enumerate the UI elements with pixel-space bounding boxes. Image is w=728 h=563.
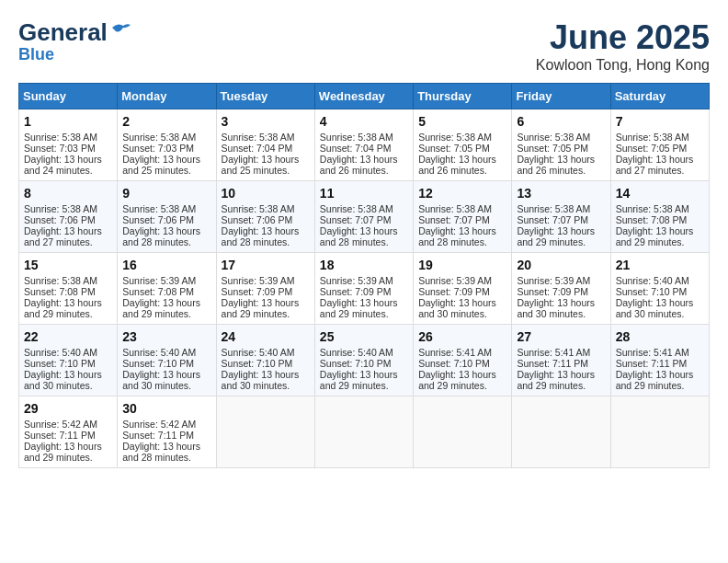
calendar-cell (314, 396, 413, 468)
daylight-label: Daylight: 13 hours and 25 minutes. (222, 154, 300, 176)
sunrise-label: Sunrise: 5:38 AM (24, 132, 97, 143)
day-number: 1 (24, 114, 112, 129)
sunset-label: Sunset: 7:10 PM (616, 286, 688, 297)
daylight-label: Daylight: 13 hours and 30 minutes. (122, 369, 200, 391)
day-number: 15 (24, 258, 112, 272)
sunset-label: Sunset: 7:03 PM (24, 143, 96, 154)
day-number: 19 (418, 258, 506, 272)
daylight-label: Daylight: 13 hours and 29 minutes. (616, 225, 694, 247)
calendar-cell: 13 Sunrise: 5:38 AM Sunset: 7:07 PM Dayl… (512, 181, 610, 253)
calendar-cell: 26 Sunrise: 5:41 AM Sunset: 7:10 PM Dayl… (414, 325, 512, 396)
calendar-cell (512, 396, 610, 468)
title-area: June 2025 Kowloon Tong, Hong Kong (536, 18, 710, 74)
sunrise-label: Sunrise: 5:41 AM (418, 347, 492, 358)
calendar-cell: 10 Sunrise: 5:38 AM Sunset: 7:06 PM Dayl… (216, 181, 314, 253)
week-row-3: 15 Sunrise: 5:38 AM Sunset: 7:08 PM Dayl… (19, 253, 710, 325)
calendar-table: Sunday Monday Tuesday Wednesday Thursday… (18, 83, 710, 468)
calendar-cell (610, 396, 709, 468)
calendar-cell: 22 Sunrise: 5:40 AM Sunset: 7:10 PM Dayl… (19, 325, 118, 396)
sunset-label: Sunset: 7:10 PM (222, 358, 293, 369)
sunset-label: Sunset: 7:08 PM (24, 286, 96, 297)
sunrise-label: Sunrise: 5:40 AM (24, 347, 97, 358)
daylight-label: Daylight: 13 hours and 29 minutes. (320, 369, 398, 391)
sunset-label: Sunset: 7:07 PM (320, 214, 392, 225)
month-title: June 2025 (536, 18, 710, 57)
sunset-label: Sunset: 7:09 PM (222, 286, 293, 297)
sunrise-label: Sunrise: 5:42 AM (122, 419, 196, 430)
day-number: 22 (24, 329, 112, 344)
daylight-label: Daylight: 13 hours and 29 minutes. (122, 297, 200, 319)
calendar-cell: 23 Sunrise: 5:40 AM Sunset: 7:10 PM Dayl… (118, 325, 216, 396)
calendar-cell: 29 Sunrise: 5:42 AM Sunset: 7:11 PM Dayl… (19, 396, 118, 468)
sunset-label: Sunset: 7:09 PM (418, 286, 490, 297)
week-row-5: 29 Sunrise: 5:42 AM Sunset: 7:11 PM Dayl… (19, 396, 710, 468)
daylight-label: Daylight: 13 hours and 26 minutes. (320, 154, 398, 176)
daylight-label: Daylight: 13 hours and 30 minutes. (24, 369, 102, 391)
day-number: 5 (418, 114, 506, 129)
calendar-cell: 3 Sunrise: 5:38 AM Sunset: 7:04 PM Dayli… (216, 109, 314, 181)
sunrise-label: Sunrise: 5:39 AM (320, 275, 393, 286)
daylight-label: Daylight: 13 hours and 28 minutes. (222, 225, 300, 247)
daylight-label: Daylight: 13 hours and 27 minutes. (24, 225, 102, 247)
sunset-label: Sunset: 7:04 PM (320, 143, 392, 154)
daylight-label: Daylight: 13 hours and 30 minutes. (616, 297, 694, 319)
sunrise-label: Sunrise: 5:40 AM (616, 275, 689, 286)
sunset-label: Sunset: 7:05 PM (616, 143, 688, 154)
sunrise-label: Sunrise: 5:38 AM (320, 203, 393, 214)
sunrise-label: Sunrise: 5:38 AM (616, 203, 689, 214)
calendar-cell: 4 Sunrise: 5:38 AM Sunset: 7:04 PM Dayli… (314, 109, 413, 181)
day-number: 24 (222, 329, 310, 344)
calendar-cell: 14 Sunrise: 5:38 AM Sunset: 7:08 PM Dayl… (610, 181, 709, 253)
daylight-label: Daylight: 13 hours and 29 minutes. (222, 297, 300, 319)
day-number: 21 (616, 258, 704, 272)
logo-bird-icon (110, 20, 132, 46)
sunrise-label: Sunrise: 5:41 AM (517, 347, 590, 358)
day-number: 27 (517, 329, 605, 344)
sunrise-label: Sunrise: 5:39 AM (222, 275, 295, 286)
sunset-label: Sunset: 7:09 PM (517, 286, 588, 297)
day-number: 25 (320, 329, 408, 344)
sunrise-label: Sunrise: 5:42 AM (24, 419, 97, 430)
week-row-2: 8 Sunrise: 5:38 AM Sunset: 7:06 PM Dayli… (19, 181, 710, 253)
daylight-label: Daylight: 13 hours and 24 minutes. (24, 154, 102, 176)
daylight-label: Daylight: 13 hours and 29 minutes. (24, 441, 102, 463)
logo-blue-text: Blue (18, 45, 132, 64)
calendar-cell (414, 396, 512, 468)
calendar-cell: 11 Sunrise: 5:38 AM Sunset: 7:07 PM Dayl… (314, 181, 413, 253)
day-number: 29 (24, 401, 112, 416)
calendar-cell: 17 Sunrise: 5:39 AM Sunset: 7:09 PM Dayl… (216, 253, 314, 325)
sunset-label: Sunset: 7:10 PM (24, 358, 96, 369)
daylight-label: Daylight: 13 hours and 26 minutes. (418, 154, 496, 176)
sunrise-label: Sunrise: 5:38 AM (418, 203, 492, 214)
sunrise-label: Sunrise: 5:41 AM (616, 347, 689, 358)
page-header: General Blue June 2025 Kowloon Tong, Hon… (18, 18, 710, 74)
header-tuesday: Tuesday (216, 84, 314, 109)
sunset-label: Sunset: 7:05 PM (418, 143, 490, 154)
sunset-label: Sunset: 7:03 PM (122, 143, 194, 154)
week-row-4: 22 Sunrise: 5:40 AM Sunset: 7:10 PM Dayl… (19, 325, 710, 396)
calendar-cell: 16 Sunrise: 5:39 AM Sunset: 7:08 PM Dayl… (118, 253, 216, 325)
calendar-cell: 12 Sunrise: 5:38 AM Sunset: 7:07 PM Dayl… (414, 181, 512, 253)
daylight-label: Daylight: 13 hours and 26 minutes. (517, 154, 595, 176)
calendar-cell: 8 Sunrise: 5:38 AM Sunset: 7:06 PM Dayli… (19, 181, 118, 253)
sunrise-label: Sunrise: 5:38 AM (320, 132, 393, 143)
daylight-label: Daylight: 13 hours and 28 minutes. (320, 225, 398, 247)
daylight-label: Daylight: 13 hours and 30 minutes. (222, 369, 300, 391)
weekday-header-row: Sunday Monday Tuesday Wednesday Thursday… (19, 84, 710, 109)
day-number: 9 (122, 186, 210, 201)
sunrise-label: Sunrise: 5:39 AM (122, 275, 196, 286)
sunset-label: Sunset: 7:09 PM (320, 286, 392, 297)
daylight-label: Daylight: 13 hours and 27 minutes. (616, 154, 694, 176)
logo: General Blue (18, 18, 132, 64)
sunrise-label: Sunrise: 5:38 AM (222, 203, 295, 214)
sunset-label: Sunset: 7:04 PM (222, 143, 293, 154)
calendar-cell: 20 Sunrise: 5:39 AM Sunset: 7:09 PM Dayl… (512, 253, 610, 325)
daylight-label: Daylight: 13 hours and 30 minutes. (517, 297, 595, 319)
sunset-label: Sunset: 7:06 PM (24, 214, 96, 225)
header-thursday: Thursday (414, 84, 512, 109)
calendar-cell: 25 Sunrise: 5:40 AM Sunset: 7:10 PM Dayl… (314, 325, 413, 396)
calendar-cell: 5 Sunrise: 5:38 AM Sunset: 7:05 PM Dayli… (414, 109, 512, 181)
sunrise-label: Sunrise: 5:39 AM (418, 275, 492, 286)
sunrise-label: Sunrise: 5:38 AM (418, 132, 492, 143)
header-wednesday: Wednesday (314, 84, 413, 109)
